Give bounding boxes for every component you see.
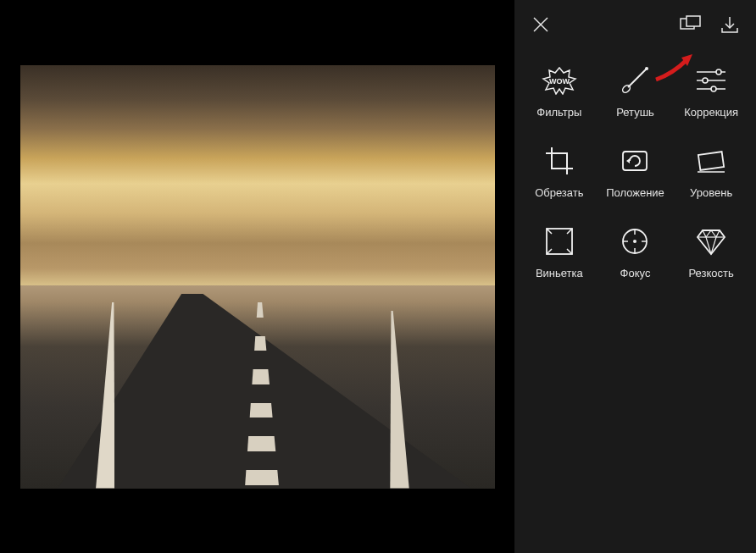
svg-point-15 — [711, 86, 716, 91]
svg-point-13 — [703, 78, 708, 83]
rotate-icon — [616, 142, 653, 180]
diamond-icon — [692, 223, 730, 260]
svg-line-7 — [628, 69, 647, 87]
tool-label: Уровень — [690, 186, 732, 199]
sidebar-header — [525, 13, 746, 36]
photo-preview[interactable] — [20, 65, 495, 489]
canvas-area — [0, 0, 514, 553]
tool-label: Ретушь — [616, 106, 654, 119]
tool-label: Обрезать — [535, 186, 583, 199]
svg-point-26 — [633, 240, 636, 243]
brush-icon — [616, 62, 653, 99]
wow-icon: WOW — [541, 62, 578, 99]
tool-filters[interactable]: WOW Фильтры — [525, 58, 594, 123]
tool-sharpness[interactable]: Резкость — [676, 218, 746, 284]
header-actions — [679, 13, 742, 36]
crop-icon — [541, 142, 578, 180]
download-button[interactable] — [718, 13, 742, 36]
close-button[interactable] — [529, 13, 553, 36]
focus-icon — [616, 223, 653, 260]
svg-marker-27 — [698, 230, 725, 254]
tool-level[interactable]: Уровень — [676, 138, 746, 203]
tool-label: Фокус — [620, 267, 651, 279]
tool-retouch[interactable]: Ретушь — [601, 58, 670, 123]
compare-icon — [680, 15, 702, 34]
level-icon — [692, 142, 730, 180]
tool-position[interactable]: Положение — [601, 138, 670, 203]
tool-label: Резкость — [689, 267, 734, 279]
tool-crop[interactable]: Обрезать — [525, 138, 594, 203]
svg-point-9 — [645, 67, 648, 70]
svg-rect-3 — [687, 16, 700, 26]
tool-focus[interactable]: Фокус — [601, 218, 670, 284]
compare-button[interactable] — [679, 13, 703, 36]
tool-label: Виньетка — [536, 267, 583, 279]
editor-container: WOW Фильтры Ретушь — [0, 0, 756, 553]
tools-grid: WOW Фильтры Ретушь — [525, 58, 746, 284]
vignette-icon — [541, 223, 578, 260]
svg-rect-18 — [698, 152, 724, 170]
tools-sidebar: WOW Фильтры Ретушь — [514, 0, 756, 553]
svg-text:WOW: WOW — [549, 77, 570, 86]
download-icon — [720, 15, 739, 34]
svg-point-11 — [716, 69, 721, 75]
tool-label: Фильтры — [536, 106, 581, 119]
tool-vignette[interactable]: Виньетка — [525, 218, 594, 284]
close-icon — [531, 15, 550, 34]
svg-marker-17 — [626, 158, 630, 163]
sliders-icon — [692, 62, 730, 99]
tool-correction[interactable]: Коррекция — [676, 58, 746, 123]
tool-label: Положение — [606, 186, 664, 199]
tool-label: Коррекция — [684, 106, 738, 119]
